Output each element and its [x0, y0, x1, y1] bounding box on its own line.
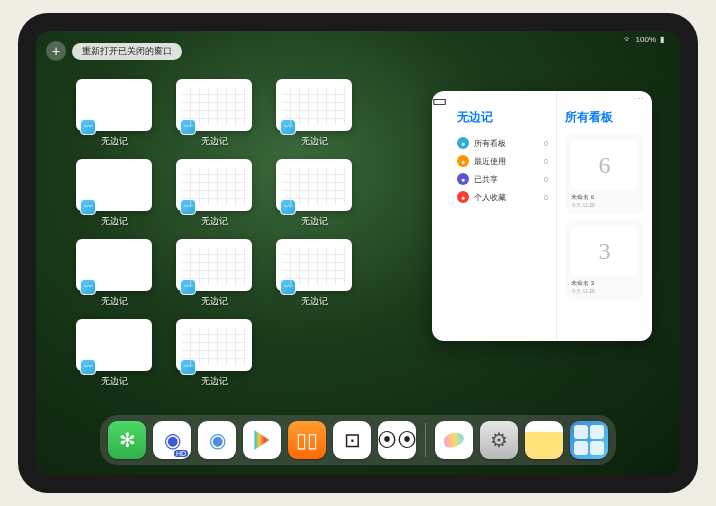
- category-count: 0: [544, 140, 548, 147]
- new-window-button[interactable]: +: [46, 41, 66, 61]
- freeform-app-icon: 〰: [80, 279, 96, 295]
- category-icon: ●: [457, 191, 469, 203]
- category-icon: ●: [457, 155, 469, 167]
- play-icon[interactable]: [243, 421, 281, 459]
- board-card[interactable]: 3 未命名 3今天 11:26: [565, 220, 644, 300]
- board-preview: 3: [571, 226, 638, 276]
- panel-right-title: 所有看板: [565, 109, 644, 126]
- category-label: 个人收藏: [474, 192, 506, 203]
- sidebar-item[interactable]: ● 个人收藏 0: [457, 188, 548, 206]
- window-preview: 〰: [76, 319, 152, 371]
- battery-icon: ▮: [660, 35, 664, 44]
- settings-icon[interactable]: ⚙: [480, 421, 518, 459]
- signal-icon: ᯤ: [624, 35, 632, 44]
- window-thumbnail[interactable]: 〰 无边记: [176, 79, 252, 149]
- top-left-controls: + 重新打开已关闭的窗口: [46, 41, 182, 61]
- books-icon[interactable]: ▯▯: [288, 421, 326, 459]
- window-preview: 〰: [176, 159, 252, 211]
- window-preview: 〰: [176, 319, 252, 371]
- freeform-app-icon: 〰: [80, 199, 96, 215]
- scribble-icon: [443, 432, 465, 449]
- window-label: 无边记: [101, 375, 128, 388]
- sidebar-item[interactable]: ● 已共享 0: [457, 170, 548, 188]
- window-label: 无边记: [301, 135, 328, 148]
- app-windows-grid: 〰 无边记 〰 无边记 〰 无边记 〰 无边记 〰 无边记 〰 无边记 〰 无边…: [76, 79, 352, 389]
- plus-icon: +: [52, 43, 60, 59]
- category-icon: ●: [457, 137, 469, 149]
- window-preview: 〰: [76, 159, 152, 211]
- window-thumbnail[interactable]: 〰 无边记: [76, 239, 152, 309]
- connect-icon[interactable]: ⦿⦿: [378, 421, 416, 459]
- window-label: 无边记: [101, 215, 128, 228]
- board-time: 今天 11:26: [571, 288, 638, 294]
- window-preview: 〰: [276, 159, 352, 211]
- window-label: 无边记: [101, 295, 128, 308]
- dock: ✻◉HD◉▯▯⊡⦿⦿⚙: [100, 415, 616, 465]
- category-label: 最近使用: [474, 156, 506, 167]
- quark-hd-icon[interactable]: ◉HD: [153, 421, 191, 459]
- freeform-app-icon: 〰: [80, 119, 96, 135]
- window-thumbnail[interactable]: 〰 无边记: [176, 319, 252, 389]
- freeform-floating-panel[interactable]: ▭ 无边记 ● 所有看板 0● 最近使用 0● 已共享 0● 个人收藏 0 所有…: [432, 91, 652, 341]
- window-thumbnail[interactable]: 〰 无边记: [76, 79, 152, 149]
- window-thumbnail[interactable]: 〰 无边记: [276, 79, 352, 149]
- svg-marker-0: [254, 430, 269, 450]
- window-preview: 〰: [276, 79, 352, 131]
- sidebar-toggle-icon[interactable]: ▭: [432, 91, 447, 341]
- panel-app-title: 无边记: [457, 109, 548, 126]
- window-label: 无边记: [301, 215, 328, 228]
- board-time: 今天 11:26: [571, 202, 638, 208]
- window-thumbnail[interactable]: 〰 无边记: [176, 159, 252, 229]
- window-thumbnail[interactable]: 〰 无边记: [176, 239, 252, 309]
- window-label: 无边记: [301, 295, 328, 308]
- window-thumbnail[interactable]: 〰 无边记: [276, 239, 352, 309]
- category-count: 0: [544, 158, 548, 165]
- board-name: 未命名 3今天 11:26: [571, 279, 638, 294]
- app-badge: HD: [174, 450, 188, 457]
- sidebar-item[interactable]: ● 最近使用 0: [457, 152, 548, 170]
- board-card[interactable]: 6 未命名 6今天 11:26: [565, 134, 644, 214]
- window-preview: 〰: [276, 239, 352, 291]
- wechat-icon[interactable]: ✻: [108, 421, 146, 459]
- freeform-app-icon: 〰: [80, 359, 96, 375]
- category-label: 所有看板: [474, 138, 506, 149]
- dock-divider: [425, 423, 426, 457]
- app-library-icon[interactable]: [570, 421, 608, 459]
- category-count: 0: [544, 194, 548, 201]
- window-thumbnail[interactable]: 〰 无边记: [76, 319, 152, 389]
- freeform-icon[interactable]: [435, 421, 473, 459]
- freeform-app-icon: 〰: [180, 199, 196, 215]
- dice-icon[interactable]: ⊡: [333, 421, 371, 459]
- sidebar-item[interactable]: ● 所有看板 0: [457, 134, 548, 152]
- window-label: 无边记: [201, 375, 228, 388]
- window-label: 无边记: [101, 135, 128, 148]
- freeform-app-icon: 〰: [280, 119, 296, 135]
- category-label: 已共享: [474, 174, 498, 185]
- ipad-frame: ᯤ 100% ▮ + 重新打开已关闭的窗口 〰 无边记 〰 无边记 〰 无边记 …: [18, 13, 698, 493]
- freeform-app-icon: 〰: [180, 359, 196, 375]
- window-label: 无边记: [201, 295, 228, 308]
- panel-sidebar: 无边记 ● 所有看板 0● 最近使用 0● 已共享 0● 个人收藏 0: [447, 91, 557, 341]
- freeform-app-icon: 〰: [180, 279, 196, 295]
- window-preview: 〰: [176, 239, 252, 291]
- window-preview: 〰: [76, 79, 152, 131]
- window-label: 无边记: [201, 135, 228, 148]
- window-thumbnail[interactable]: 〰 无边记: [76, 159, 152, 229]
- reopen-closed-window-button[interactable]: 重新打开已关闭的窗口: [72, 43, 182, 60]
- freeform-app-icon: 〰: [280, 199, 296, 215]
- category-count: 0: [544, 176, 548, 183]
- notes-icon[interactable]: [525, 421, 563, 459]
- board-name: 未命名 6今天 11:26: [571, 193, 638, 208]
- freeform-app-icon: 〰: [280, 279, 296, 295]
- board-preview: 6: [571, 140, 638, 190]
- category-icon: ●: [457, 173, 469, 185]
- reopen-label: 重新打开已关闭的窗口: [82, 46, 172, 56]
- quark-icon[interactable]: ◉: [198, 421, 236, 459]
- status-bar: ᯤ 100% ▮: [624, 35, 664, 44]
- window-preview: 〰: [76, 239, 152, 291]
- screen: ᯤ 100% ▮ + 重新打开已关闭的窗口 〰 无边记 〰 无边记 〰 无边记 …: [36, 31, 680, 475]
- window-thumbnail[interactable]: 〰 无边记: [276, 159, 352, 229]
- window-label: 无边记: [201, 215, 228, 228]
- panel-content: 所有看板 6 未命名 6今天 11:263 未命名 3今天 11:26: [557, 91, 652, 341]
- freeform-app-icon: 〰: [180, 119, 196, 135]
